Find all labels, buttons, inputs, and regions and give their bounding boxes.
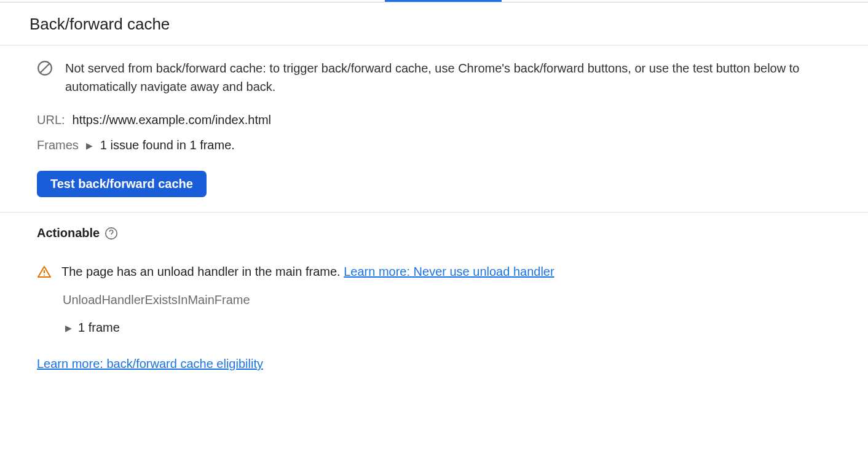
issue-code: UnloadHandlerExistsInMainFrame bbox=[63, 293, 831, 307]
actionable-heading: Actionable bbox=[37, 226, 100, 240]
status-section: Not served from back/forward cache: to t… bbox=[0, 45, 868, 213]
frame-count-label: 1 frame bbox=[78, 321, 120, 335]
actionable-header: Actionable bbox=[37, 226, 831, 240]
url-row: URL: https://www.example.com/index.html bbox=[37, 113, 831, 127]
svg-point-5 bbox=[44, 275, 45, 276]
issue-row: The page has an unload handler in the ma… bbox=[37, 265, 831, 279]
frames-row[interactable]: Frames ▶ 1 issue found in 1 frame. bbox=[37, 138, 831, 152]
bfcache-eligibility-link[interactable]: Learn more: back/forward cache eligibili… bbox=[37, 357, 263, 370]
warning-icon bbox=[37, 265, 52, 279]
frames-label: Frames bbox=[37, 138, 79, 152]
issue-message: The page has an unload handler in the ma… bbox=[61, 265, 344, 278]
frames-summary: 1 issue found in 1 frame. bbox=[100, 138, 235, 152]
status-message: Not served from back/forward cache: to t… bbox=[65, 59, 831, 96]
actionable-section: Actionable The page has an unload handle… bbox=[0, 213, 868, 388]
page-title: Back/forward cache bbox=[30, 15, 838, 34]
bottom-link-row: Learn more: back/forward cache eligibili… bbox=[37, 357, 831, 371]
help-icon[interactable] bbox=[105, 227, 118, 240]
test-bfcache-button[interactable]: Test back/forward cache bbox=[37, 171, 207, 197]
svg-line-1 bbox=[40, 63, 49, 72]
disclosure-triangle-icon: ▶ bbox=[65, 323, 72, 333]
issue-learn-more-link[interactable]: Learn more: Never use unload handler bbox=[344, 265, 554, 278]
url-value: https://www.example.com/index.html bbox=[73, 113, 271, 127]
svg-point-3 bbox=[111, 236, 112, 236]
panel-header: Back/forward cache bbox=[0, 2, 868, 45]
url-label: URL: bbox=[37, 113, 65, 127]
disclosure-triangle-icon: ▶ bbox=[86, 141, 93, 150]
circle-slash-icon bbox=[37, 60, 53, 76]
status-row: Not served from back/forward cache: to t… bbox=[37, 59, 831, 96]
frame-count-row[interactable]: ▶ 1 frame bbox=[63, 321, 831, 335]
issue-text: The page has an unload handler in the ma… bbox=[61, 265, 554, 279]
